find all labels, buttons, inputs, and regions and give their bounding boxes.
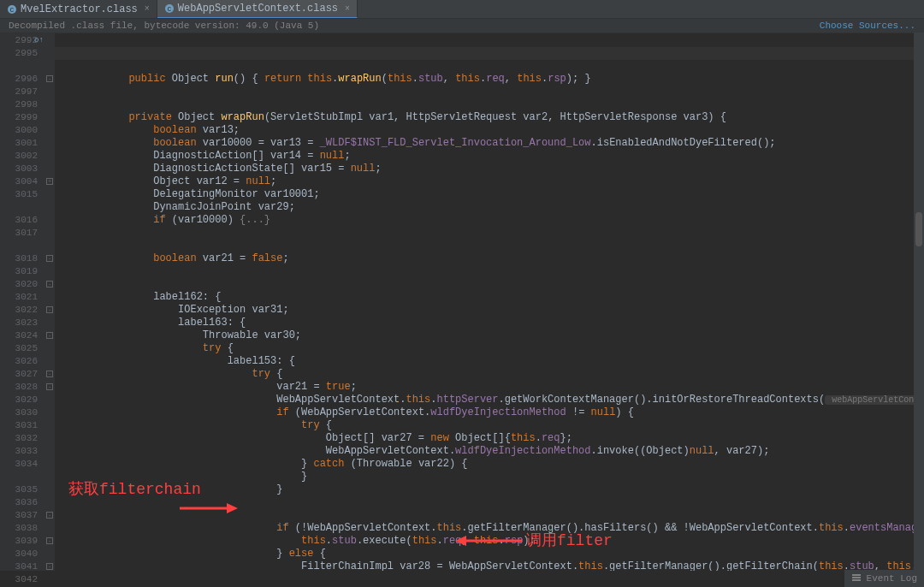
status-bar: Event Log [844,570,924,587]
fold-column: - + - - - - - - - - - [44,33,55,571]
line-number: 3036 [0,496,38,509]
code-line: if (!WebAppServletContext.this.getFilter… [55,522,924,535]
code-line: } else { [55,548,924,560]
code-editor[interactable]: o↑ 2992299529962997299829993000300130023… [0,33,924,571]
code-line: boolean var10000 = var13 = _WLDF$INST_FL… [55,137,924,150]
code-line [55,265,924,278]
line-number: 2996 [0,73,38,86]
fold-toggle-icon[interactable]: - [46,512,53,519]
code-line: try { [55,342,924,355]
svg-text:C: C [167,5,171,13]
event-log-label[interactable]: Event Log [867,573,917,584]
line-number: 3023 [0,317,38,329]
code-line: var21 = true; [55,381,924,394]
fold-toggle-icon[interactable]: - [46,537,53,544]
code-line: public Object run() { return this.wrapRu… [55,73,924,86]
code-line: Throwable var30; [55,329,924,342]
scroll-thumb[interactable] [915,212,922,246]
code-line: } [55,483,924,496]
line-number: 3034 [0,458,38,471]
caret-line-highlight [55,47,924,60]
code-line [55,496,924,509]
line-number: 3015 [0,188,38,201]
line-number: 3042 [0,573,38,586]
fold-toggle-icon[interactable]: - [46,75,53,82]
line-number: 2995 [0,47,38,60]
code-line [55,227,924,240]
line-number: 3004 [0,175,38,188]
class-icon: C [164,3,175,14]
line-number: 3024 [0,329,38,342]
line-number: 3016 [0,214,38,227]
line-gutter: o↑ 2992299529962997299829993000300130023… [0,33,44,571]
line-number: 3000 [0,124,38,137]
event-log-icon[interactable] [851,572,862,585]
fold-toggle-icon[interactable]: - [46,332,53,339]
line-number [0,60,38,73]
fold-toggle-icon[interactable]: - [46,306,53,313]
line-number: 3018 [0,252,38,265]
code-line [55,240,924,252]
editor-tabs: C MvelExtractor.class × C WebAppServletC… [0,0,924,19]
line-number: 3027 [0,368,38,381]
banner-text: Decompiled .class file, bytecode version… [9,21,319,31]
line-number [0,240,38,252]
code-line: if (WebAppServletContext.wldfDyeInjectio… [55,406,924,419]
code-line: boolean var21 = false; [55,252,924,265]
code-line: DelegatingMonitor var10001; [55,188,924,201]
code-area[interactable]: public Object run() { return this.wrapRu… [55,33,924,571]
line-number: 3039 [0,535,38,548]
line-number: 3035 [0,483,38,496]
fold-toggle-icon[interactable]: - [46,371,53,377]
code-line: if (var10000) {...} [55,214,924,227]
line-number: 3032 [0,432,38,445]
code-line: WebAppServletContext.wldfDyeInjectionMet… [55,445,924,458]
code-line [55,278,924,291]
close-icon[interactable]: × [345,4,350,14]
svg-text:C: C [10,6,15,14]
choose-sources-link[interactable]: Choose Sources... [820,21,915,31]
fold-toggle-icon[interactable]: - [46,255,53,262]
code-line [55,86,924,98]
class-icon: C [7,4,17,15]
line-number: 3002 [0,150,38,163]
line-number: 3022 [0,304,38,317]
line-number: 3020 [0,278,38,291]
code-line: label163: { [55,317,924,329]
line-number: 3001 [0,137,38,150]
line-number: 3028 [0,381,38,394]
close-icon[interactable]: × [145,4,150,14]
svg-rect-8 [852,574,861,576]
code-line [55,509,924,522]
fold-toggle-icon[interactable]: + [46,178,53,185]
fold-toggle-icon[interactable]: - [46,383,53,390]
line-number [0,201,38,214]
line-number: 3029 [0,394,38,406]
code-line: try { [55,368,924,381]
code-line: DiagnosticActionState[] var15 = null; [55,163,924,175]
line-number [0,471,38,483]
line-number: 2998 [0,98,38,111]
tab-mvelextractor[interactable]: C MvelExtractor.class × [0,0,157,18]
fold-toggle-icon[interactable]: - [46,563,53,570]
line-number: 3038 [0,522,38,535]
line-number: 3017 [0,227,38,240]
svg-rect-9 [852,577,861,578]
line-number: 3041 [0,560,38,573]
vertical-scrollbar[interactable] [914,33,924,570]
tab-webappservletcontext[interactable]: C WebAppServletContext.class × [157,0,358,18]
tab-label: MvelExtractor.class [21,3,138,15]
line-number: 2992 [0,34,38,47]
code-line: try { [55,419,924,432]
code-line [55,98,924,111]
override-marker-icon[interactable]: o↑ [34,34,44,47]
fold-toggle-icon[interactable]: - [46,281,53,288]
line-number: 2999 [0,111,38,124]
code-line: IOException var31; [55,304,924,317]
line-number: 3033 [0,445,38,458]
code-line: DiagnosticAction[] var14 = null; [55,150,924,163]
line-number: 3037 [0,509,38,522]
line-number: 3030 [0,406,38,419]
code-line: label162: { [55,291,924,304]
code-line: this.stub.execute(this.req, this.rsp); [55,535,924,548]
